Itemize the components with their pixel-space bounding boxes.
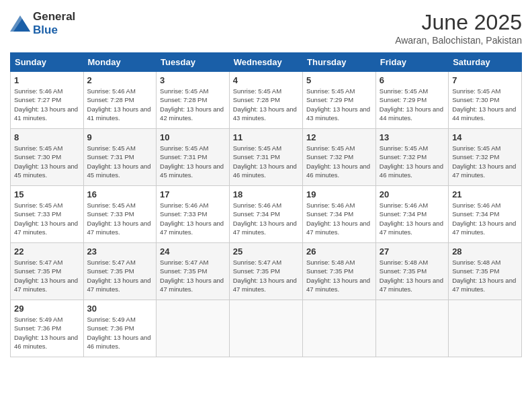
weekday-header: Saturday xyxy=(449,53,522,72)
weekday-header: Friday xyxy=(375,53,448,72)
day-number: 17 xyxy=(160,189,226,199)
day-number: 10 xyxy=(160,132,226,142)
calendar-cell xyxy=(449,300,522,357)
calendar-cell: 30 Sunrise: 5:49 AM Sunset: 7:36 PM Dayl… xyxy=(83,300,157,357)
day-info: Sunrise: 5:49 AM Sunset: 7:36 PM Dayligh… xyxy=(14,315,80,351)
day-info: Sunrise: 5:46 AM Sunset: 7:34 PM Dayligh… xyxy=(306,201,372,236)
calendar-cell: 3 Sunrise: 5:45 AM Sunset: 7:28 PM Dayli… xyxy=(157,72,230,129)
calendar-cell: 11 Sunrise: 5:45 AM Sunset: 7:31 PM Dayl… xyxy=(229,129,302,186)
calendar-cell: 13 Sunrise: 5:45 AM Sunset: 7:32 PM Dayl… xyxy=(375,129,448,186)
calendar-cell: 4 Sunrise: 5:45 AM Sunset: 7:28 PM Dayli… xyxy=(229,72,302,129)
day-number: 23 xyxy=(87,246,153,257)
day-number: 16 xyxy=(87,189,153,199)
calendar-cell: 2 Sunrise: 5:46 AM Sunset: 7:28 PM Dayli… xyxy=(83,72,157,129)
day-info: Sunrise: 5:46 AM Sunset: 7:27 PM Dayligh… xyxy=(14,87,80,122)
day-number: 7 xyxy=(452,75,518,85)
day-info: Sunrise: 5:48 AM Sunset: 7:35 PM Dayligh… xyxy=(452,258,518,293)
calendar-cell: 16 Sunrise: 5:45 AM Sunset: 7:33 PM Dayl… xyxy=(83,186,157,243)
calendar-cell: 20 Sunrise: 5:46 AM Sunset: 7:34 PM Dayl… xyxy=(375,186,448,243)
calendar-cell: 10 Sunrise: 5:45 AM Sunset: 7:31 PM Dayl… xyxy=(157,129,230,186)
header: General Blue June 2025 Awaran, Balochist… xyxy=(10,10,522,46)
logo-icon xyxy=(10,15,30,32)
day-info: Sunrise: 5:45 AM Sunset: 7:28 PM Dayligh… xyxy=(160,87,226,122)
day-info: Sunrise: 5:48 AM Sunset: 7:35 PM Dayligh… xyxy=(306,258,372,293)
day-info: Sunrise: 5:45 AM Sunset: 7:28 PM Dayligh… xyxy=(233,87,299,122)
calendar-cell: 26 Sunrise: 5:48 AM Sunset: 7:35 PM Dayl… xyxy=(303,243,376,300)
day-info: Sunrise: 5:46 AM Sunset: 7:33 PM Dayligh… xyxy=(160,201,226,236)
day-number: 14 xyxy=(452,132,518,142)
day-info: Sunrise: 5:45 AM Sunset: 7:31 PM Dayligh… xyxy=(87,144,153,179)
calendar-cell: 19 Sunrise: 5:46 AM Sunset: 7:34 PM Dayl… xyxy=(303,186,376,243)
day-number: 13 xyxy=(380,132,445,142)
day-info: Sunrise: 5:45 AM Sunset: 7:33 PM Dayligh… xyxy=(87,201,153,236)
weekday-header: Monday xyxy=(83,53,157,72)
calendar-cell: 12 Sunrise: 5:45 AM Sunset: 7:32 PM Dayl… xyxy=(303,129,376,186)
calendar-cell: 17 Sunrise: 5:46 AM Sunset: 7:33 PM Dayl… xyxy=(157,186,230,243)
calendar-cell xyxy=(303,300,376,357)
day-number: 12 xyxy=(306,132,372,142)
calendar-cell: 24 Sunrise: 5:47 AM Sunset: 7:35 PM Dayl… xyxy=(157,243,230,300)
calendar-cell: 18 Sunrise: 5:46 AM Sunset: 7:34 PM Dayl… xyxy=(229,186,302,243)
logo: General Blue xyxy=(10,10,75,37)
day-info: Sunrise: 5:45 AM Sunset: 7:32 PM Dayligh… xyxy=(380,144,445,179)
day-number: 5 xyxy=(306,75,372,85)
day-info: Sunrise: 5:45 AM Sunset: 7:32 PM Dayligh… xyxy=(306,144,372,179)
day-info: Sunrise: 5:45 AM Sunset: 7:30 PM Dayligh… xyxy=(452,87,518,122)
day-number: 22 xyxy=(14,246,80,257)
day-info: Sunrise: 5:45 AM Sunset: 7:31 PM Dayligh… xyxy=(233,144,299,179)
calendar-cell: 15 Sunrise: 5:45 AM Sunset: 7:33 PM Dayl… xyxy=(11,186,84,243)
weekday-header: Tuesday xyxy=(157,53,230,72)
calendar-cell xyxy=(157,300,230,357)
calendar-cell: 29 Sunrise: 5:49 AM Sunset: 7:36 PM Dayl… xyxy=(11,300,84,357)
calendar-cell xyxy=(229,300,302,357)
day-info: Sunrise: 5:46 AM Sunset: 7:28 PM Dayligh… xyxy=(87,87,153,122)
day-info: Sunrise: 5:46 AM Sunset: 7:34 PM Dayligh… xyxy=(233,201,299,236)
calendar-cell: 5 Sunrise: 5:45 AM Sunset: 7:29 PM Dayli… xyxy=(303,72,376,129)
day-number: 30 xyxy=(87,304,153,314)
day-number: 15 xyxy=(14,189,80,199)
calendar-cell: 6 Sunrise: 5:45 AM Sunset: 7:29 PM Dayli… xyxy=(375,72,448,129)
calendar-cell: 21 Sunrise: 5:46 AM Sunset: 7:34 PM Dayl… xyxy=(449,186,522,243)
calendar-cell: 14 Sunrise: 5:45 AM Sunset: 7:32 PM Dayl… xyxy=(449,129,522,186)
day-info: Sunrise: 5:47 AM Sunset: 7:35 PM Dayligh… xyxy=(87,258,153,293)
day-number: 24 xyxy=(160,246,226,257)
title-area: June 2025 Awaran, Balochistan, Pakistan xyxy=(395,10,522,46)
calendar-cell: 23 Sunrise: 5:47 AM Sunset: 7:35 PM Dayl… xyxy=(83,243,157,300)
calendar-cell: 25 Sunrise: 5:47 AM Sunset: 7:35 PM Dayl… xyxy=(229,243,302,300)
day-number: 6 xyxy=(380,75,445,85)
calendar-cell xyxy=(375,300,448,357)
day-info: Sunrise: 5:45 AM Sunset: 7:31 PM Dayligh… xyxy=(160,144,226,179)
logo-general: General xyxy=(33,10,75,23)
day-info: Sunrise: 5:49 AM Sunset: 7:36 PM Dayligh… xyxy=(87,315,153,351)
day-number: 1 xyxy=(14,75,80,85)
logo-blue: Blue xyxy=(33,24,58,36)
day-info: Sunrise: 5:45 AM Sunset: 7:32 PM Dayligh… xyxy=(452,144,518,179)
day-number: 20 xyxy=(380,189,445,199)
day-info: Sunrise: 5:47 AM Sunset: 7:35 PM Dayligh… xyxy=(160,258,226,293)
calendar-cell: 8 Sunrise: 5:45 AM Sunset: 7:30 PM Dayli… xyxy=(11,129,84,186)
day-number: 9 xyxy=(87,132,153,142)
calendar-cell: 27 Sunrise: 5:48 AM Sunset: 7:35 PM Dayl… xyxy=(375,243,448,300)
calendar-cell: 9 Sunrise: 5:45 AM Sunset: 7:31 PM Dayli… xyxy=(83,129,157,186)
day-info: Sunrise: 5:45 AM Sunset: 7:30 PM Dayligh… xyxy=(14,144,80,179)
day-number: 3 xyxy=(160,75,226,85)
day-number: 21 xyxy=(452,189,518,199)
day-info: Sunrise: 5:47 AM Sunset: 7:35 PM Dayligh… xyxy=(14,258,80,293)
calendar: SundayMondayTuesdayWednesdayThursdayFrid… xyxy=(10,52,522,357)
day-number: 29 xyxy=(14,304,80,314)
day-info: Sunrise: 5:45 AM Sunset: 7:29 PM Dayligh… xyxy=(306,87,372,122)
day-number: 18 xyxy=(233,189,299,199)
day-info: Sunrise: 5:46 AM Sunset: 7:34 PM Dayligh… xyxy=(380,201,445,236)
day-number: 8 xyxy=(14,132,80,142)
day-info: Sunrise: 5:47 AM Sunset: 7:35 PM Dayligh… xyxy=(233,258,299,293)
weekday-header: Sunday xyxy=(11,53,84,72)
location-title: Awaran, Balochistan, Pakistan xyxy=(395,35,522,46)
day-number: 27 xyxy=(380,246,445,257)
day-number: 2 xyxy=(87,75,153,85)
calendar-cell: 22 Sunrise: 5:47 AM Sunset: 7:35 PM Dayl… xyxy=(11,243,84,300)
month-title: June 2025 xyxy=(395,10,522,35)
day-number: 25 xyxy=(233,246,299,257)
calendar-cell: 1 Sunrise: 5:46 AM Sunset: 7:27 PM Dayli… xyxy=(11,72,84,129)
day-info: Sunrise: 5:46 AM Sunset: 7:34 PM Dayligh… xyxy=(452,201,518,236)
weekday-header: Wednesday xyxy=(229,53,302,72)
